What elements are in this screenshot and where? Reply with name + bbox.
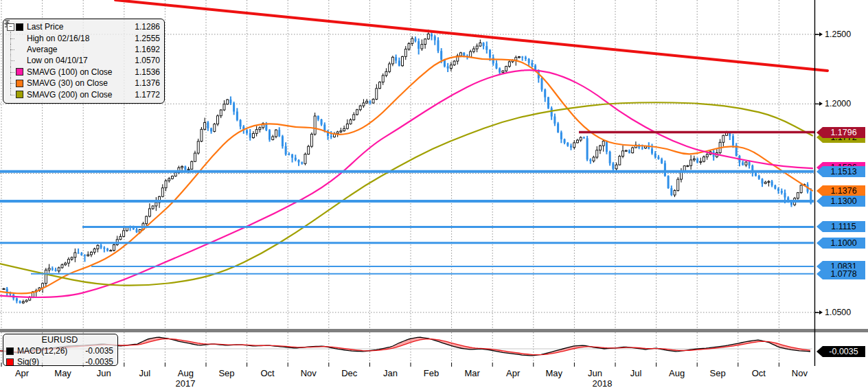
candle-body (90, 252, 92, 255)
candle-body (700, 161, 702, 162)
candle-body (148, 209, 150, 216)
series-color-swatch (16, 80, 23, 87)
candle-body (391, 57, 393, 64)
candle-body (440, 51, 442, 60)
candle-body (470, 51, 472, 57)
candle-body (61, 265, 63, 268)
axis-month-label: Feb (416, 368, 446, 378)
legend-row-smavg-100-on-close[interactable]: SMAVG (100) on Close1.1536 (6, 67, 160, 78)
candle-body (356, 110, 358, 115)
price-badge-1.1115: 1.1115 (816, 221, 865, 232)
candle-body (472, 49, 475, 51)
macd-legend: EURUSD MACD(12,26)-0.0035Sig(9)-0.0035 (3, 334, 118, 366)
candle-body (16, 298, 18, 301)
candle-body (599, 146, 601, 150)
candle-body (476, 46, 478, 49)
candle-body (486, 46, 488, 50)
axis-month-label: Sep (212, 368, 242, 378)
candle-body (749, 162, 751, 165)
candle-body (453, 61, 455, 65)
macd-legend-label: MACD(12,26) (17, 346, 67, 356)
candle-body (742, 162, 744, 165)
axis-price-text: 1.0500 (825, 308, 851, 317)
candle-body (184, 166, 186, 170)
candle-body (499, 69, 501, 73)
legend-value: 1.1376 (130, 78, 160, 88)
macd-legend-title: EURUSD (6, 335, 113, 345)
axis-month-label: Nov (784, 368, 814, 378)
candle-body (204, 122, 206, 129)
price-badge-1.0778: 1.0778 (816, 268, 865, 279)
candle-body (301, 163, 303, 164)
candle-body (677, 179, 679, 190)
candle-body (777, 189, 779, 191)
legend-row-smavg-30-on-close[interactable]: SMAVG (30) on Close1.1376 (6, 78, 160, 89)
candle-body (463, 53, 465, 56)
candle-body (389, 64, 391, 71)
candle-body (55, 270, 57, 271)
legend-tree-guide (6, 32, 16, 43)
legend-row-last-price[interactable]: −Last Price1.1286 (6, 21, 160, 32)
axis-month-label: Jun (89, 368, 119, 378)
candle-body (246, 130, 248, 133)
legend-tree-guide (6, 67, 16, 78)
legend-collapse-icon[interactable]: − (7, 23, 14, 31)
candle-body (408, 44, 410, 49)
candle-body (220, 110, 222, 116)
legend-row-high-on-02-16-18[interactable]: High on 02/16/181.2555 (6, 32, 160, 43)
candle-body (518, 57, 520, 58)
candle-body (784, 193, 786, 198)
candle-body (586, 138, 589, 159)
candle-body (531, 63, 533, 66)
axis-month-label: May (48, 368, 78, 378)
candle-body (308, 146, 310, 154)
candle-body (508, 62, 510, 67)
candle-body (45, 270, 47, 284)
candle-body (255, 130, 258, 134)
candle-body (100, 245, 102, 247)
candle-body (25, 300, 27, 301)
candle-body (363, 103, 365, 106)
candle-body (560, 133, 562, 139)
tick-arrow-icon (819, 102, 823, 106)
macd-legend-row-sig-9-[interactable]: Sig(9)-0.0035 (6, 356, 113, 366)
candle-body (732, 136, 734, 145)
candle-body (722, 135, 724, 142)
legend-row-average[interactable]: Average1.1692 (6, 44, 160, 55)
candle-body (214, 124, 216, 132)
candle-body (336, 132, 339, 134)
axis-year-label: 2018 (587, 378, 617, 389)
candle-body (483, 43, 485, 46)
candle-body (771, 181, 773, 185)
candle-body (495, 63, 497, 68)
legend-label: Low on 04/10/17 (27, 56, 130, 65)
candle-body (664, 163, 666, 176)
candle-body (249, 133, 251, 138)
candle-body (450, 65, 452, 69)
study-legend: −Last Price1.1286High on 02/16/181.2555A… (3, 19, 165, 104)
candle-body (295, 158, 297, 160)
candle-body (460, 53, 462, 56)
legend-value: 1.1692 (130, 45, 160, 54)
legend-row-smavg-200-on-close[interactable]: SMAVG (200) on Close1.1772 (6, 89, 160, 100)
axis-month-label: Jul (130, 368, 160, 378)
axis-month-label: Oct (253, 368, 283, 378)
candle-body (181, 166, 183, 168)
candle-body (573, 143, 575, 148)
candle-body (447, 67, 449, 69)
candle-body (628, 150, 630, 153)
candle-body (612, 163, 614, 169)
candle-body (314, 116, 316, 134)
candle-body (427, 34, 429, 38)
legend-tree-guide (6, 89, 16, 100)
candle-body (119, 236, 122, 239)
candle-body (619, 157, 621, 165)
candle-body (165, 181, 167, 187)
macd-legend-row-macd-12-26-[interactable]: MACD(12,26)-0.0035 (6, 345, 113, 356)
candle-body (80, 253, 82, 255)
legend-row-low-on-04-10-17[interactable]: Low on 04/10/171.0570 (6, 55, 160, 66)
macd-line (0, 337, 810, 356)
legend-value: 1.1286 (130, 22, 160, 32)
candle-body (240, 120, 242, 126)
candle-body (103, 248, 105, 249)
